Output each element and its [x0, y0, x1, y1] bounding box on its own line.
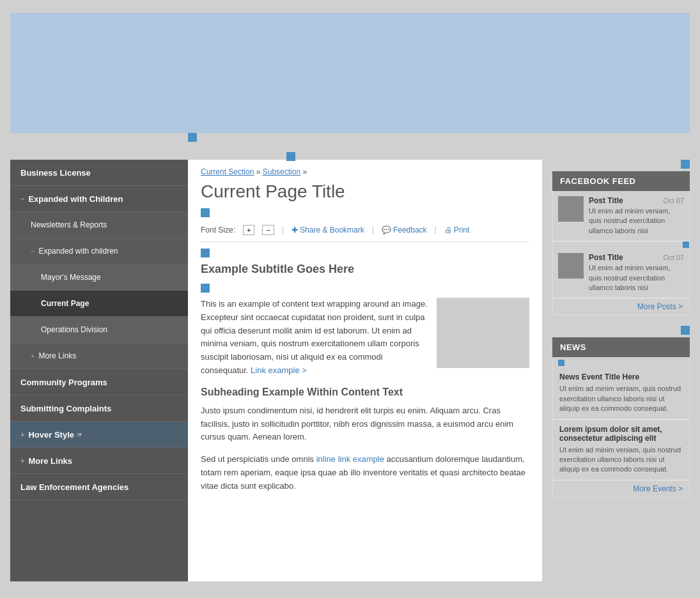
subheading: Subheading Example Within Content Text — [201, 387, 529, 398]
feedback-link[interactable]: 💬 Feedback — [382, 226, 427, 234]
sidebar-item-label: More Links — [38, 351, 76, 360]
breadcrumb-sep-1: » — [256, 167, 263, 176]
sidebar-item-label: Newsletters & Reports — [31, 220, 107, 229]
content-and-right: Current Section » Subsection » Current P… — [188, 160, 690, 581]
right-sidebar: FACEBOOK FEED Post Title Oct 07 — [552, 160, 690, 581]
sep-1: | — [282, 226, 284, 234]
font-increase-btn[interactable]: + — [243, 225, 254, 235]
sidebar-item-business-license[interactable]: Business License — [10, 160, 188, 186]
sidebar-item-operations[interactable]: Operations Division — [10, 317, 188, 343]
print-link[interactable]: 🖨 Print — [444, 226, 470, 234]
link-example[interactable]: Link example > — [251, 365, 307, 375]
facebook-feed-widget: FACEBOOK FEED Post Title Oct 07 — [552, 171, 690, 316]
sidebar-item-label: Expanded with Children — [28, 194, 123, 204]
content-sq-accent-1 — [201, 208, 210, 217]
sidebar-item-label: Current Page — [41, 299, 89, 308]
right-sq-accent-1 — [681, 160, 690, 169]
news-title-1: News Event Title Here — [559, 372, 683, 381]
news-header: NEWS — [552, 337, 690, 357]
post-text-1: Ut enim ad minim veniam, quis nostrud ex… — [589, 206, 684, 236]
breadcrumb-sep-2: » — [302, 167, 307, 176]
sidebar-item-hover-style[interactable]: + Hover Style ☞ — [10, 422, 188, 448]
main-layout: Business License − Expanded with Childre… — [10, 160, 690, 581]
body-text-2: Justo ipsum condimentum nisi, id hendrer… — [201, 404, 529, 444]
sidebar-item-mayors-message[interactable]: Mayor's Message — [10, 264, 188, 291]
content-sq-accent-3 — [201, 284, 210, 293]
post-title-2: Post Title — [589, 253, 623, 262]
more-posts-link[interactable]: More Posts > — [553, 298, 689, 315]
sidebar-item-label: Law Enforcement Agencies — [20, 482, 128, 492]
content-image — [437, 298, 529, 368]
sidebar-item-newsletters[interactable]: Newsletters & Reports — [10, 212, 188, 238]
print-icon: 🖨 — [444, 226, 452, 234]
more-events-link[interactable]: More Events > — [553, 480, 689, 497]
news-widget: NEWS News Event Title Here Ut enim ad mi… — [552, 337, 690, 497]
post-sq-accent — [683, 241, 689, 248]
post-text-2: Ut enim ad minim veniam, quis nostrud ex… — [589, 263, 684, 293]
expand-icon-1: − — [20, 195, 24, 203]
sidebar-item-more-links-1[interactable]: + More Links — [10, 343, 188, 369]
news-body: News Event Title Here Ut enim ad minim v… — [552, 360, 690, 497]
news-sq-accent — [558, 360, 564, 366]
sidebar-item-current-page[interactable]: Current Page — [10, 291, 188, 317]
post-header-1: Post Title Oct 07 — [589, 196, 684, 205]
page-wrapper: Business License − Expanded with Childre… — [0, 0, 700, 598]
facebook-feed-header: FACEBOOK FEED — [552, 171, 690, 191]
sep-2: | — [372, 226, 374, 234]
sidebar-item-label: More Links — [28, 456, 72, 466]
page-subtitle: Example Subtitle Goes Here — [201, 263, 529, 276]
sidebar-item-expanded-children-2[interactable]: − Expanded with children — [10, 238, 188, 264]
share-bookmark-link[interactable]: ✚ Share & Bookmark — [292, 226, 364, 234]
accent-square-top — [188, 133, 197, 142]
post-thumb-2 — [558, 253, 584, 279]
sidebar-item-label: Community Programs — [20, 378, 107, 387]
expand-icon-4: + — [20, 431, 24, 438]
content-sq-top — [286, 152, 295, 161]
sidebar-item-label: Operations Division — [41, 325, 107, 334]
post-header-2: Post Title Oct 07 — [589, 253, 684, 262]
sidebar-item-label: Business License — [20, 168, 91, 178]
post-content-2: Post Title Oct 07 Ut enim ad minim venia… — [589, 253, 684, 293]
news-title-2: Lorem ipsum dolor sit amet, consectetur … — [559, 425, 683, 443]
content-right-wrapper: Current Section » Subsection » Current P… — [188, 160, 690, 581]
expand-icon-5: + — [20, 457, 24, 464]
body-text-3: Sed ut perspiciatis unde omnis inline li… — [201, 453, 529, 493]
expand-icon-2: − — [31, 247, 35, 255]
expand-icon-3: + — [31, 352, 35, 360]
breadcrumb-current-section[interactable]: Current Section — [201, 167, 254, 176]
sidebar-item-more-links-2[interactable]: + More Links — [10, 448, 188, 474]
facebook-feed-body: Post Title Oct 07 Ut enim ad minim venia… — [552, 191, 690, 316]
sep-3: | — [435, 226, 437, 234]
post-content-1: Post Title Oct 07 Ut enim ad minim venia… — [589, 196, 684, 236]
feedback-icon: 💬 — [382, 226, 391, 234]
sidebar-item-expanded-children[interactable]: − Expanded with Children — [10, 186, 188, 212]
news-item-1: News Event Title Here Ut enim ad minim v… — [553, 367, 689, 419]
header-banner-inner — [10, 13, 690, 133]
post-date-1: Oct 07 — [664, 197, 684, 204]
content-sq-accent-2 — [201, 249, 210, 257]
news-text-2: Ut enim ad minim veniam, quis nostrud ex… — [559, 445, 683, 475]
font-controls: Font Size: + − | ✚ Share & Bookmark | 💬 … — [201, 221, 529, 242]
page-title: Current Page Title — [201, 181, 529, 202]
facebook-post-1: Post Title Oct 07 Ut enim ad minim venia… — [553, 191, 689, 241]
font-decrease-btn[interactable]: − — [262, 225, 274, 235]
right-sq-accent-2 — [681, 326, 690, 335]
sidebar: Business License − Expanded with Childre… — [10, 160, 188, 581]
sidebar-item-submitting-complaints[interactable]: Submitting Complaints — [10, 395, 188, 422]
sidebar-item-label: Expanded with children — [38, 247, 118, 256]
sidebar-item-community-programs[interactable]: Community Programs — [10, 369, 188, 395]
sidebar-item-label: Submitting Complaints — [20, 404, 111, 413]
news-text-1: Ut enim ad minim veniam, quis nostrud ex… — [559, 384, 683, 413]
body-content: This is an example of content text wrapp… — [201, 298, 529, 378]
inline-link[interactable]: inline link example — [316, 454, 384, 464]
main-content: Current Section » Subsection » Current P… — [188, 160, 542, 581]
news-item-2: Lorem ipsum dolor sit amet, consectetur … — [553, 420, 689, 480]
sidebar-item-label: Mayor's Message — [41, 273, 101, 282]
post-date-2: Oct 07 — [664, 254, 684, 261]
breadcrumb: Current Section » Subsection » — [201, 160, 529, 181]
sidebar-item-law-enforcement[interactable]: Law Enforcement Agencies — [10, 474, 188, 500]
header-banner — [10, 13, 690, 133]
cursor-icon: ☞ — [77, 431, 82, 438]
post-title-1: Post Title — [589, 196, 623, 205]
breadcrumb-subsection[interactable]: Subsection — [263, 167, 300, 176]
